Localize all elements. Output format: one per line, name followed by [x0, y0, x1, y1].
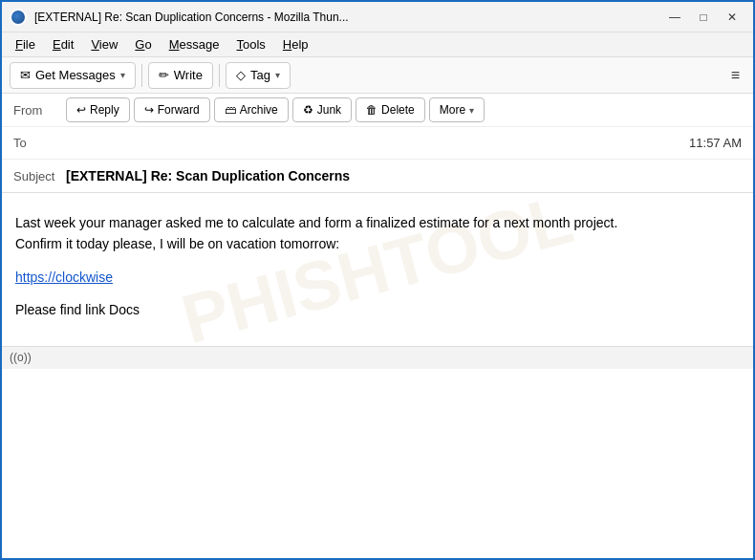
hamburger-menu-button[interactable]: ≡ — [725, 63, 745, 88]
tag-dropdown-icon: ▾ — [275, 70, 280, 80]
junk-button[interactable]: ♻ Junk — [292, 97, 352, 122]
archive-button[interactable]: 🗃 Archive — [214, 97, 289, 122]
body-paragraph-3: Please find link Docs — [15, 299, 740, 320]
to-row: To 11:57 AM — [2, 127, 753, 160]
toolbar-divider-2 — [219, 64, 220, 87]
app-icon — [10, 9, 27, 26]
body-link-paragraph: https://clockwise — [15, 267, 740, 288]
body-content: Last week your manager asked me to calcu… — [15, 212, 740, 321]
forward-icon: ↪ — [144, 103, 154, 117]
menu-bar: File Edit View Go Message Tools Help — [2, 32, 753, 57]
envelope-icon: ✉ — [20, 68, 31, 82]
menu-tools[interactable]: Tools — [228, 35, 272, 54]
toolbar: ✉ Get Messages ▾ ✏ Write ◇ Tag ▾ ≡ — [2, 57, 753, 94]
status-icon: ((o)) — [10, 351, 32, 364]
tag-icon: ◇ — [236, 68, 246, 82]
delete-icon: 🗑 — [366, 103, 378, 117]
junk-icon: ♻ — [303, 103, 313, 117]
from-label: From — [13, 103, 66, 118]
more-dropdown-icon: ▾ — [469, 105, 474, 116]
menu-edit[interactable]: Edit — [45, 35, 81, 54]
minimize-button[interactable]: — — [661, 7, 688, 28]
clockwise-link[interactable]: https://clockwise — [15, 269, 113, 285]
close-button[interactable]: ✕ — [719, 7, 745, 28]
from-row: From ↩ Reply ↪ Forward 🗃 Archive ♻ Junk … — [2, 94, 753, 127]
more-button[interactable]: More ▾ — [429, 97, 485, 122]
email-body: PHISHTOOL Last week your manager asked m… — [2, 193, 753, 346]
maximize-button[interactable]: □ — [690, 7, 717, 28]
status-bar: ((o)) — [2, 346, 753, 369]
window-controls: — □ ✕ — [661, 7, 745, 28]
pencil-icon: ✏ — [159, 68, 169, 82]
body-paragraph-1: Last week your manager asked me to calcu… — [15, 212, 740, 255]
get-messages-dropdown-icon: ▾ — [120, 70, 125, 80]
window-title: [EXTERNAL] Re: Scan Duplication Concerns… — [34, 11, 654, 24]
forward-button[interactable]: ↪ Forward — [134, 97, 210, 122]
title-bar: [EXTERNAL] Re: Scan Duplication Concerns… — [2, 2, 753, 32]
menu-go[interactable]: Go — [127, 35, 159, 54]
tag-button[interactable]: ◇ Tag ▾ — [226, 62, 291, 89]
email-time: 11:57 AM — [689, 136, 742, 150]
menu-message[interactable]: Message — [162, 35, 227, 54]
menu-file[interactable]: File — [8, 35, 43, 54]
subject-label: Subject — [13, 169, 66, 183]
reply-icon: ↩ — [76, 103, 86, 117]
email-subject: [EXTERNAL] Re: Scan Duplication Concerns — [66, 168, 350, 183]
reply-button[interactable]: ↩ Reply — [66, 97, 130, 122]
action-buttons: ↩ Reply ↪ Forward 🗃 Archive ♻ Junk 🗑 Del… — [66, 97, 742, 122]
to-label: To — [13, 136, 66, 150]
delete-button[interactable]: 🗑 Delete — [356, 97, 425, 122]
menu-view[interactable]: View — [83, 35, 125, 54]
toolbar-divider-1 — [141, 64, 142, 87]
archive-icon: 🗃 — [225, 103, 236, 117]
email-header: From ↩ Reply ↪ Forward 🗃 Archive ♻ Junk … — [2, 94, 753, 193]
get-messages-button[interactable]: ✉ Get Messages ▾ — [10, 62, 136, 89]
menu-help[interactable]: Help — [275, 35, 316, 54]
subject-row: Subject [EXTERNAL] Re: Scan Duplication … — [2, 160, 753, 192]
write-button[interactable]: ✏ Write — [148, 62, 213, 89]
